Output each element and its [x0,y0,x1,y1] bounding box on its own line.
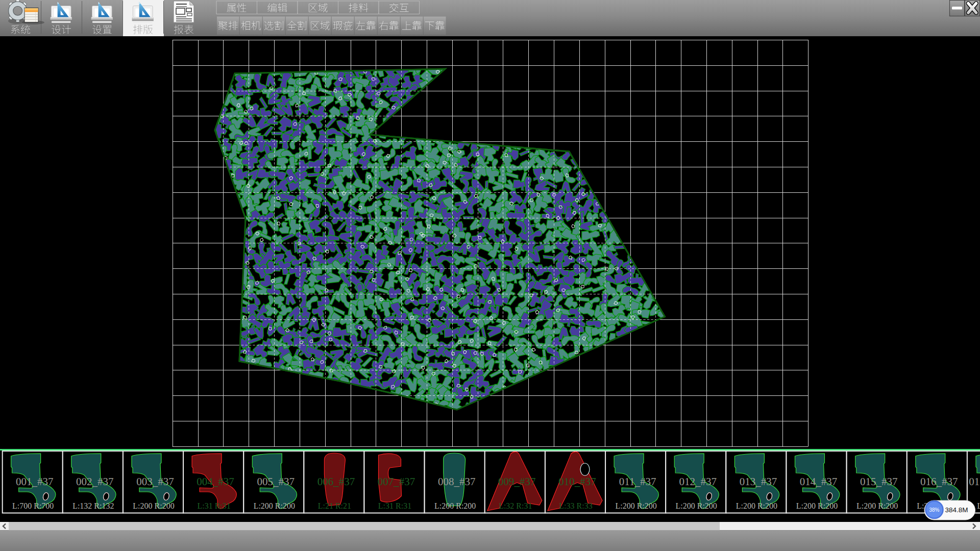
svg-text:017_#37: 017_#37 [969,475,980,488]
svg-text:L:200 R:200: L:200 R:200 [676,502,717,510]
svg-text:L:31 R:31: L:31 R:31 [197,502,230,510]
svg-text:014_#37: 014_#37 [800,475,838,488]
svg-text:L:200 R:200: L:200 R:200 [434,502,476,510]
svg-text:006_#37: 006_#37 [317,475,355,488]
svg-text:001_#37: 001_#37 [16,475,54,488]
svg-text:L:700 R:700: L:700 R:700 [12,502,54,510]
svg-text:002_#37: 002_#37 [76,475,114,488]
svg-text:384.8M: 384.8M [945,506,968,514]
svg-text:L:200 R:200: L:200 R:200 [736,502,777,510]
svg-text:008_#37: 008_#37 [438,475,476,488]
svg-text:007_#37: 007_#37 [378,475,415,488]
svg-text:38%: 38% [929,507,939,513]
svg-text:L:200 R:200: L:200 R:200 [133,502,174,510]
svg-text:L:21 R:21: L:21 R:21 [318,502,351,510]
svg-text:010_#37: 010_#37 [558,475,596,488]
svg-text:013_#37: 013_#37 [740,475,777,488]
svg-text:009_#37: 009_#37 [498,475,536,488]
svg-text:005_#37: 005_#37 [257,475,295,488]
svg-text:L:200 R:200: L:200 R:200 [254,502,295,510]
svg-text:004_#37: 004_#37 [197,475,234,488]
svg-text:003_#37: 003_#37 [136,475,174,488]
svg-text:L:200 R:200: L:200 R:200 [615,502,656,510]
svg-text:015_#37: 015_#37 [860,475,898,488]
svg-text:L:200 R:200: L:200 R:200 [796,502,838,510]
svg-text:016_#37: 016_#37 [920,475,958,488]
svg-text:L:200 R:200: L:200 R:200 [977,502,980,510]
svg-text:012_#37: 012_#37 [679,475,717,488]
svg-text:L:200 R:200: L:200 R:200 [856,502,898,510]
svg-text:L:132 R:132: L:132 R:132 [72,502,114,510]
svg-text:L:31 R:31: L:31 R:31 [378,502,411,510]
svg-text:L:32 R:31: L:32 R:31 [499,502,532,510]
svg-text:011_#37: 011_#37 [619,475,656,488]
svg-text:L:33 R:33: L:33 R:33 [559,502,592,510]
